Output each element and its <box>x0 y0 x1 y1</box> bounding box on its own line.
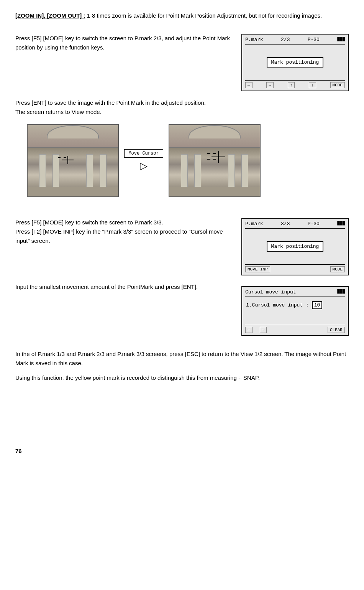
screen-header-2-3: P.mark 2/3 P-30 ███ <box>245 37 345 44</box>
pmark-label-2-3: P.mark <box>245 37 263 43</box>
pmark-page-2-3: 2/3 <box>281 37 290 43</box>
section-f5-mode: Press [F5] [MODE] key to switch the scre… <box>15 34 349 91</box>
screen-footer-3-3: MOVE INP MODE <box>245 264 345 272</box>
pmark-page-3-3: 3/3 <box>281 221 290 227</box>
pmark33-text: Press [F5] [MODE] key to switch the scre… <box>15 218 234 246</box>
move-inp-btn[interactable]: MOVE INP <box>245 266 270 272</box>
pmark-p30-3-3: P-30 <box>308 221 320 227</box>
cursol-spacer2 <box>301 327 320 333</box>
left-arrow-2-3[interactable]: ← <box>245 82 253 88</box>
cursol-screen-footer: ← → CLEAR <box>245 325 345 333</box>
screen-body-2-3: Mark positioning <box>245 48 345 77</box>
section-cursol-input: Input the smallest movement amount of th… <box>15 282 349 336</box>
cursol-move-input-line: 1.Cursol move input : 10 <box>246 301 322 309</box>
page-number: 76 <box>15 448 349 454</box>
down-arrow-2-3[interactable]: ↓ <box>309 82 316 88</box>
mode-btn-3-3[interactable]: MODE <box>330 266 345 272</box>
intro-text: 1-8 times zoom is available for Point Ma… <box>87 12 322 19</box>
before-image <box>27 124 119 197</box>
cursol-header-label: Cursol move input <box>245 289 296 295</box>
move-cursor-label: Move Cursor <box>124 149 163 158</box>
pmark-esc-text: In the of P.mark 1/3 and P.mark 2/3 and … <box>15 349 349 368</box>
cursol-move-input-screen: Cursol move input ███ 1.Cursol move inpu… <box>241 286 349 336</box>
after-building-bg <box>169 125 260 196</box>
battery-icon-3-3: ███ <box>337 221 345 227</box>
pmark-p30-2-3: P-30 <box>308 37 320 43</box>
right-arrow-icon: ▷ <box>140 160 148 172</box>
zoom-label: [ZOOM IN], [ZOOM OUT] : <box>15 12 85 19</box>
pmark-3-3-screen: P.mark 3/3 P-30 ███ Mark positioning MOV… <box>241 218 349 275</box>
mark-positioning-label-2-3: Mark positioning <box>267 57 324 68</box>
cursol-screen-header: Cursol move input ███ <box>245 289 345 297</box>
cursol-spacer <box>274 327 293 333</box>
ent-text: Press [ENT] to save the image with the P… <box>15 98 349 117</box>
cursol-right-arrow[interactable]: → <box>260 327 267 333</box>
intro-paragraph: [ZOOM IN], [ZOOM OUT] : 1-8 times zoom i… <box>15 12 349 20</box>
screens-column: P.mark 3/3 P-30 ███ Mark positioning MOV… <box>241 218 349 275</box>
before-building-bg <box>28 125 118 196</box>
cursol-clear-btn[interactable]: CLEAR <box>328 327 345 333</box>
up-arrow-2-3[interactable]: ↑ <box>288 82 295 88</box>
section-f5-pmark33: Press [F5] [MODE] key to switch the scre… <box>15 218 349 275</box>
screen-footer-2-3: ← → ↑ ↓ MODE <box>245 80 345 88</box>
cursol-input-value[interactable]: 10 <box>312 301 323 309</box>
right-arrow-2-3[interactable]: → <box>266 82 274 88</box>
page-content: [ZOOM IN], [ZOOM OUT] : 1-8 times zoom i… <box>15 12 349 440</box>
f5-mode-text: Press [F5] [MODE] key to switch the scre… <box>15 34 234 52</box>
screen-header-3-3: P.mark 3/3 P-30 ███ <box>245 221 345 229</box>
cursol-battery-icon: ███ <box>337 289 345 295</box>
page-number-container: 76 <box>15 448 349 454</box>
pmark-label-3-3: P.mark <box>245 221 263 227</box>
screen-body-3-3: Mark positioning <box>245 232 345 261</box>
cursol-left-arrow[interactable]: ← <box>245 327 253 333</box>
move-cursor-arrow: Move Cursor ▷ <box>119 149 169 172</box>
cursol-input-text: Input the smallest movement amount of th… <box>15 282 234 292</box>
pmark-2-3-screen: P.mark 2/3 P-30 ███ Mark positioning ← →… <box>241 34 349 91</box>
images-row: Move Cursor ▷ <box>27 124 349 197</box>
mode-btn-2-3[interactable]: MODE <box>330 82 345 88</box>
battery-icon-2-3: ███ <box>337 37 345 43</box>
after-image <box>169 124 261 197</box>
mark-positioning-label-3-3: Mark positioning <box>267 241 324 252</box>
spacer-3-3 <box>282 266 318 272</box>
cursol-screen-body: 1.Cursol move input : 10 <box>245 300 345 322</box>
yellow-point-text: Using this function, the yellow point ma… <box>15 373 349 382</box>
